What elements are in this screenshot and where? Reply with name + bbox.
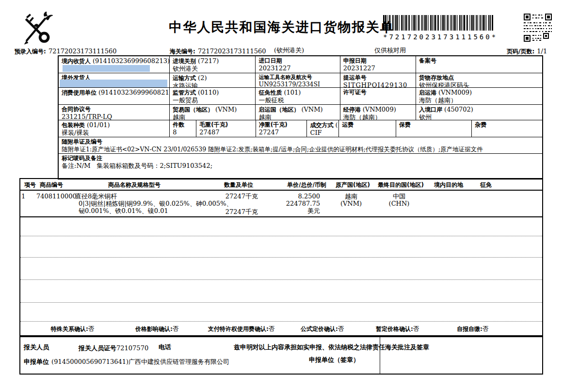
- contract-no-label: 合同协议号: [62, 106, 91, 113]
- col-item-no: 项号: [24, 181, 36, 189]
- field-consignee: 境内收货人(914103236999608213): [59, 56, 170, 73]
- levy-nature-label: 征免性质: [258, 89, 282, 97]
- barcode: *72172023173111560*: [383, 15, 494, 41]
- footer-box: 报关人员 报关人员证号72107570 电话 申报单位 (91450000569…: [19, 336, 543, 375]
- agent-label: 报关人员: [24, 343, 49, 352]
- customs-number-value: 72172023173111560: [198, 48, 266, 55]
- transaction-mode-label: 成交方式: [310, 122, 333, 129]
- confirmation-row: 特殊关系确认:否 价格影响确认:否 支付特许权使用费确认:否 公式定价确认:否 …: [20, 321, 542, 336]
- shipper-redaction: [60, 80, 167, 87]
- declare-date-label: 申报日期: [343, 57, 367, 65]
- item-separator-line: [20, 216, 542, 217]
- transport-tool-label: 运输工具名称及航次号: [258, 74, 312, 81]
- declare-date-value: 20231227: [343, 65, 414, 72]
- consumer-unit-label: 消费使用单位: [62, 89, 97, 97]
- col-origin: 原产国(地区): [336, 181, 370, 189]
- packing-type-value: 裸装/裸装: [62, 129, 167, 136]
- field-contract-no: 合同协议号 231215/TRP-LQ: [59, 105, 170, 120]
- header-table: 境内收货人(914103236999608213) 进境关别(7217) 钦州港…: [58, 55, 543, 180]
- confirm-self-declare-pay: 自报自缴:否: [457, 325, 489, 333]
- declare-unit-label: 申报单位: [24, 358, 49, 365]
- transaction-mode-code: (1): [335, 121, 339, 129]
- field-pieces: 件数 8: [170, 120, 196, 137]
- agent-id-label: 报关人员证号: [79, 344, 116, 352]
- departure-port-value: 海防（越南）: [419, 97, 540, 104]
- header-row-2: 境外发货人 运输方式(2) 水路运输 运输工具名称及航次号 UN9253179/…: [59, 73, 542, 88]
- departure-country-code: (VNM): [301, 106, 322, 113]
- col-price: 单价/总价/币制: [287, 181, 326, 189]
- field-marks: 标记唛码及备注 备注:N/M 集装箱标箱数及号码：2;SITU9103542;: [59, 154, 542, 179]
- header-row-4: 合同协议号 231215/TRP-LQ 贸易国（地区）(VNM) 越南 启运国（…: [59, 105, 542, 120]
- field-insurance: 保费: [396, 120, 472, 137]
- transit-port-value: 海防（越南）: [343, 114, 414, 120]
- field-entry-customs: 进境关别(7217) 钦州港关: [170, 56, 256, 73]
- field-net-weight: 净重(千克) 27247: [256, 120, 307, 137]
- confirm-royalty-payment: 支付特许权使用费确认:否: [208, 325, 275, 333]
- supervision-mode-value: 一般贸易: [173, 97, 253, 104]
- documents-row: 随附单证及编号 随附单证1:原产地证书<02>VN-CN 23/01/02653…: [59, 137, 542, 154]
- trade-country-code: (VNM): [215, 106, 237, 113]
- goods-table: 项号 商品编号 商品名称及规格型号 数量及单位 单价/总价/币制 原产国(地区)…: [19, 178, 543, 336]
- license-no-label: 许可证号: [343, 89, 367, 96]
- field-transit-port: 经停港(VNM009) 海防（越南）: [340, 105, 416, 120]
- agent-id-field: 报关人员证号72107570: [79, 343, 148, 353]
- record-no-label: 备案号: [419, 57, 436, 65]
- net-weight-label: 净重(千克): [259, 121, 288, 129]
- declare-unit-sign-label: 申报单位（签章）: [309, 356, 359, 364]
- confirm-price-influence-value: 否: [173, 325, 179, 332]
- transport-mode-code: (2): [198, 74, 207, 82]
- confirm-royalty-payment-label: 支付特许权使用费确认:: [208, 326, 269, 332]
- gross-weight-value: 27487: [199, 129, 254, 136]
- field-freight: 运费: [339, 120, 396, 137]
- supervision-mode-label: 监管方式: [173, 89, 196, 97]
- col-final-dest: 最终目的国(地区): [378, 181, 424, 189]
- transport-mode-value: 水路运输: [173, 82, 253, 87]
- col-levy: 征免: [480, 181, 492, 189]
- entry-customs-code: (7217): [198, 57, 219, 65]
- field-transaction-mode: 成交方式(1) CIF: [307, 120, 339, 137]
- confirm-special-relation-label: 特殊关系确认:: [51, 326, 88, 332]
- customs-declaration-page: 中华人民共和国海关进口货物报关单 *72172023173111560*: [0, 0, 563, 392]
- customs-office: (钦州港关): [274, 46, 304, 55]
- field-overseas-shipper: 境外发货人: [59, 73, 170, 87]
- departure-country-label: 启运国（地区）: [258, 106, 299, 114]
- col-commodity-code: 商品编号: [40, 181, 63, 189]
- confirm-special-relation-value: 否: [88, 325, 95, 332]
- header-row-5: 包装种类(01/01) 裸装/裸装 件数 8 毛重(千克) 27487 净重(千…: [59, 120, 542, 137]
- item-origin-country: 越南: [327, 193, 375, 200]
- customs-number: 海关编号: 72172023173111560: [170, 46, 266, 56]
- col-name-spec: 商品名称及规格型号: [66, 181, 202, 189]
- item-origin-code: (VNM): [327, 200, 375, 207]
- field-import-date: 进口日期 20231227: [256, 56, 340, 73]
- declare-unit-value: (914500005690713641)广西中建投供应链管理服务有限公司: [51, 358, 229, 365]
- transport-tool-value: UN9253179/2334SI: [258, 81, 338, 87]
- field-levy-nature: 征免性质(101) 一般征税: [256, 88, 340, 104]
- levy-nature-value: 一般征税: [258, 97, 338, 104]
- declare-unit-field: 申报单位 (914500005690713641)广西中建投供应链管理服务有限公…: [24, 357, 229, 366]
- confirm-provisional-price-label: 暂定价格确认:: [376, 326, 413, 332]
- documents-label: 随附单证及编号: [62, 138, 102, 146]
- item-dest-code: (CHN): [375, 200, 423, 207]
- row-guide-line-4: [20, 302, 542, 303]
- entry-customs-value: 钦州港关: [173, 65, 253, 72]
- item-currency: 美元: [272, 207, 320, 214]
- supervision-mode-code: (0110): [198, 89, 219, 96]
- check-only-note: 仅供核对用: [374, 46, 406, 55]
- field-trade-country: 贸易国（地区）(VNM) 越南: [170, 105, 256, 120]
- col-domestic-dest: 境内目的地: [434, 181, 463, 189]
- barcode-bars-icon: [383, 15, 494, 31]
- entry-port-label: 入境口岸: [419, 106, 442, 114]
- pre-entry-number: 预录入编号: 72172023173111560: [15, 46, 117, 56]
- insurance-label: 保费: [399, 121, 411, 129]
- import-date-label: 进口日期: [258, 57, 282, 65]
- field-license-no: 许可证号: [340, 88, 416, 104]
- confirm-self-declare-pay-label: 自报自缴:: [457, 326, 483, 332]
- consignee-code: (914103236999608213): [93, 57, 170, 65]
- field-departure-country: 启运国（地区）(VNM) 越南: [256, 105, 340, 120]
- item-no: 1: [21, 193, 25, 200]
- confirm-provisional-price: 暂定价格确认:否: [376, 325, 419, 333]
- entry-customs-label: 进境关别: [173, 58, 196, 65]
- customs-note-label: 海关批注及签章: [385, 343, 429, 352]
- item-qty1: 27247千克: [209, 193, 258, 200]
- agent-id-value: 72107570: [116, 344, 148, 352]
